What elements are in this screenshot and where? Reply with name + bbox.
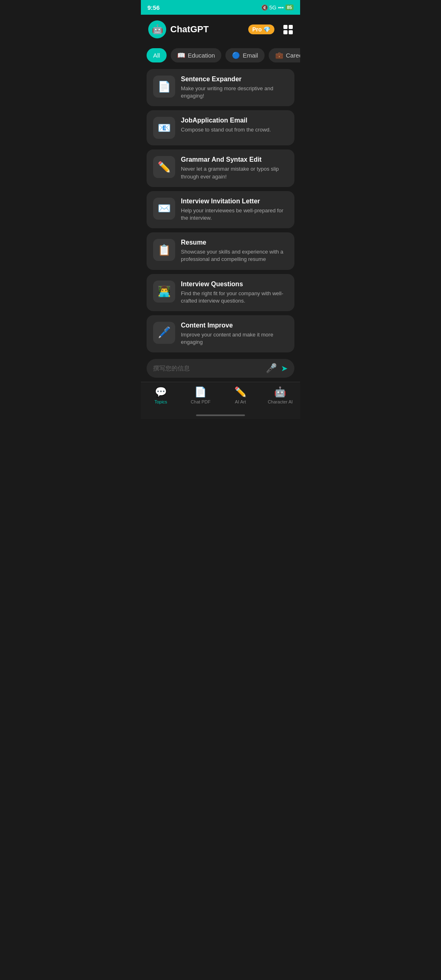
card-title: Interview Questions [181,281,288,288]
card-text: Sentence Expander Make your writing more… [181,76,288,100]
card-text: Grammar And Syntax Edit Never let a gram… [181,156,288,180]
nav-chat-pdf[interactable]: 📄 Chat PDF [186,386,215,404]
battery-badge: 85 [285,4,294,10]
character-ai-label: Character AI [268,399,293,404]
nav-character-ai[interactable]: 🤖 Character AI [266,386,294,404]
signal-icon: ▪▪▪ [278,4,284,11]
card-title: Resume [181,239,288,246]
resume-icon: 📋 [153,239,175,261]
tab-education[interactable]: 📖 Education [171,48,222,62]
bottom-nav: 💬 Topics 📄 Chat PDF ✏️ AI Art 🤖 Characte… [141,382,300,412]
nav-topics[interactable]: 💬 Topics [147,386,175,404]
job-application-icon: 📧 [153,117,175,139]
home-indicator [141,412,300,419]
topics-label: Topics [154,399,167,404]
card-desc: Never let a grammar mistake or typos sli… [181,165,288,180]
grid-menu-button[interactable] [283,25,293,34]
card-interview-invitation-letter[interactable]: ✉️ Interview Invitation Letter Help your… [147,191,294,228]
home-bar [196,414,245,416]
card-text: JobApplication Email Compose to stand ou… [181,117,288,134]
card-title: Grammar And Syntax Edit [181,156,288,163]
ai-art-icon: ✏️ [234,386,247,398]
card-title: Sentence Expander [181,76,288,83]
pro-badge[interactable]: Pro 💎 [248,24,274,34]
card-desc: Showcase your skills and experience with… [181,248,288,263]
card-title: Interview Invitation Letter [181,198,288,205]
network-label: 5G [270,4,276,11]
diamond-icon: 💎 [263,26,270,33]
card-desc: Find the right fit for your company with… [181,290,288,305]
input-placeholder[interactable]: 撰写您的信息 [153,365,262,372]
filter-tabs: All 📖 Education 🔵 Email 💼 Career [141,44,300,67]
tab-all-label: All [153,52,160,59]
mic-icon[interactable]: 🎤 [266,363,277,374]
card-desc: Help your interviewees be well-prepared … [181,207,288,222]
grammar-icon: ✏️ [153,156,175,178]
card-interview-questions[interactable]: 👨‍💻 Interview Questions Find the right f… [147,274,294,311]
card-title: Content Improve [181,322,288,329]
card-text: Interview Questions Find the right fit f… [181,281,288,305]
input-inner: 撰写您的信息 🎤 ➤ [147,359,294,378]
app-logo: 🤖 [148,20,166,38]
card-text: Resume Showcase your skills and experien… [181,239,288,263]
card-text: Interview Invitation Letter Help your in… [181,198,288,222]
career-icon: 💼 [275,51,283,59]
card-content-improve[interactable]: 🖊️ Content Improve Improve your content … [147,315,294,352]
content-improve-icon: 🖊️ [153,322,175,344]
card-job-application-email[interactable]: 📧 JobApplication Email Compose to stand … [147,110,294,145]
ai-art-label: AI Art [235,399,246,404]
app-title: ChatGPT [170,24,244,35]
tab-all[interactable]: All [147,48,167,62]
sentence-expander-icon: 📄 [153,76,175,98]
input-bar: 撰写您的信息 🎤 ➤ [141,355,300,382]
card-desc: Improve your content and make it more en… [181,331,288,346]
status-icons: 🔇 5G ▪▪▪ 85 [261,4,294,11]
status-bar: 9:56 🔇 5G ▪▪▪ 85 [141,0,300,15]
nav-ai-art[interactable]: ✏️ AI Art [226,386,255,404]
mute-icon: 🔇 [261,4,268,11]
tab-education-label: Education [188,52,215,59]
cards-list: 📄 Sentence Expander Make your writing mo… [141,67,300,355]
tab-career[interactable]: 💼 Career [269,48,300,62]
tab-email-label: Email [243,52,258,59]
card-resume[interactable]: 📋 Resume Showcase your skills and experi… [147,232,294,270]
robot-icon: 🤖 [152,24,163,35]
send-icon[interactable]: ➤ [281,363,288,373]
card-grammar-syntax-edit[interactable]: ✏️ Grammar And Syntax Edit Never let a g… [147,149,294,187]
pro-label: Pro [252,26,262,33]
tab-career-label: Career [286,52,300,59]
email-icon: 🔵 [232,51,240,59]
card-sentence-expander[interactable]: 📄 Sentence Expander Make your writing mo… [147,69,294,106]
interview-questions-icon: 👨‍💻 [153,281,175,303]
character-ai-icon: 🤖 [274,386,286,398]
app-header: 🤖 ChatGPT Pro 💎 [141,15,300,44]
card-desc: Make your writing more descriptive and e… [181,85,288,100]
card-text: Content Improve Improve your content and… [181,322,288,346]
topics-icon: 💬 [155,386,167,398]
interview-letter-icon: ✉️ [153,198,175,220]
chat-pdf-label: Chat PDF [191,399,210,404]
card-title: JobApplication Email [181,117,288,124]
status-time: 9:56 [147,4,160,11]
card-desc: Compose to stand out from the crowd. [181,126,288,134]
education-icon: 📖 [177,51,185,59]
tab-email[interactable]: 🔵 Email [225,48,265,62]
chat-pdf-icon: 📄 [194,386,207,398]
